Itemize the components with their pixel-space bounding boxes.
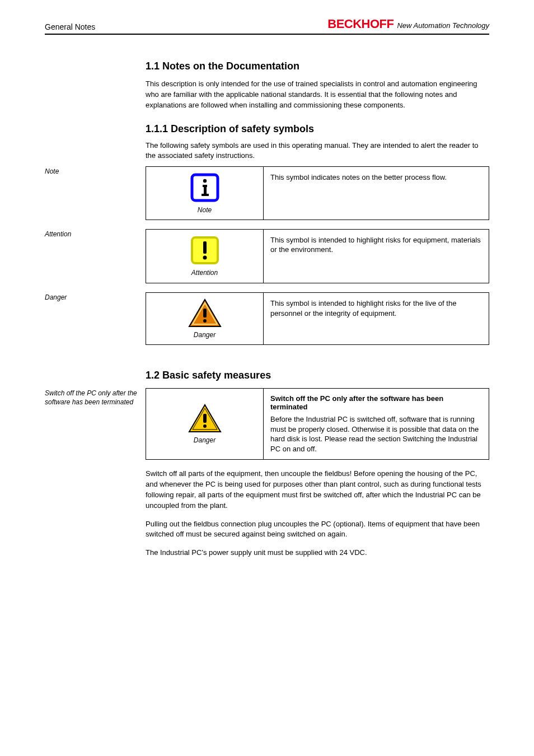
exclamation-square-icon <box>190 235 220 265</box>
svg-rect-4 <box>202 194 209 196</box>
margin-label-attention: Attention <box>45 229 146 292</box>
section-title-basic-safety: 1.2 Basic safety measures <box>146 370 489 381</box>
svg-point-7 <box>203 256 207 260</box>
callout-note: Note This symbol indicates notes on the … <box>146 166 489 220</box>
section-title-safety-symbols: 1.1.1 Description of safety symbols <box>146 123 489 135</box>
margin-label-danger: Danger <box>45 292 146 354</box>
safety-para-3: The Industrial PC's power supply unit mu… <box>146 548 489 558</box>
svg-rect-3 <box>204 185 207 195</box>
logo-text: BECKHOFF <box>327 17 394 31</box>
warning-triangle-icon <box>188 298 222 328</box>
margin-label-note: Note <box>45 166 146 229</box>
margin-label-switch-off: Switch off the PC only after the softwar… <box>45 388 146 469</box>
svg-point-15 <box>203 424 207 428</box>
callout-attention: Attention This symbol is intended to hig… <box>146 229 489 283</box>
svg-rect-6 <box>203 241 207 254</box>
callout-switch-off: Danger Switch off the PC only after the … <box>146 388 489 460</box>
section-title-notes-on-doc: 1.1 Notes on the Documentation <box>146 60 489 72</box>
callout-danger: Danger This symbol is intended to highli… <box>146 292 489 345</box>
safety-para-2: Pulling out the fieldbus connection plug… <box>146 519 489 540</box>
attention-caption: Attention <box>151 269 259 277</box>
danger-caption: Danger <box>151 331 259 339</box>
switch-off-body: Before the Industrial PC is switched off… <box>270 414 482 454</box>
svg-rect-14 <box>203 414 207 423</box>
danger-body: This symbol is intended to highlight ris… <box>270 298 482 318</box>
note-caption: Note <box>151 206 259 214</box>
svg-point-11 <box>203 319 207 323</box>
svg-rect-10 <box>203 309 207 318</box>
attention-body: This symbol is intended to highlight ris… <box>270 235 482 255</box>
note-body: This symbol indicates notes on the bette… <box>270 172 482 183</box>
intro-paragraph: This description is only intended for th… <box>146 79 489 111</box>
switch-off-title: Switch off the PC only after the softwar… <box>270 394 482 411</box>
info-icon <box>190 172 220 203</box>
safety-para-1: Switch off all parts of the equipment, t… <box>146 469 489 511</box>
safety-symbols-intro: The following safety symbols are used in… <box>146 141 489 161</box>
svg-point-1 <box>203 179 206 183</box>
header-section-ref: General Notes <box>45 22 95 31</box>
brand-logo: BECKHOFF New Automation Technology <box>327 17 489 31</box>
warning-triangle-icon <box>188 404 222 433</box>
switch-off-icon-caption: Danger <box>151 436 259 444</box>
logo-tagline: New Automation Technology <box>397 21 489 30</box>
